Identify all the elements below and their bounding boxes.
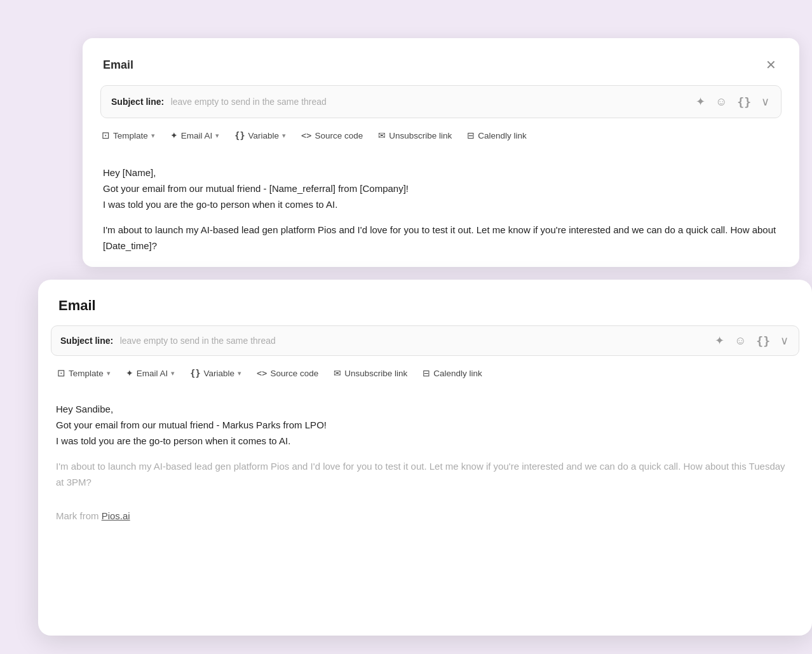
braces-icon-front: {} bbox=[756, 334, 770, 348]
variable-button-front[interactable]: {} Variable ▾ bbox=[184, 364, 248, 382]
template-chevron-behind: ▾ bbox=[151, 132, 155, 140]
body-line1-front: Hey Sandibe, bbox=[56, 404, 113, 414]
subject-line-behind: Subject line: leave empty to send in the… bbox=[111, 96, 327, 107]
subject-icons-behind: ✦ ☺ {} ∨ bbox=[694, 93, 771, 110]
close-button-behind[interactable]: ✕ bbox=[763, 56, 779, 74]
body-para2-front: I'm about to launch my AI-based lead gen… bbox=[56, 461, 785, 487]
template-label-behind: Template bbox=[113, 131, 148, 140]
template-icon-behind: ⊡ bbox=[102, 130, 110, 141]
variable-label-behind: Variable bbox=[248, 131, 280, 140]
ai-icon-behind: ✦ bbox=[170, 130, 178, 140]
braces-button-front[interactable]: {} bbox=[755, 333, 771, 349]
mail-icon-behind: ✉ bbox=[378, 130, 386, 140]
unsubscribe-button-front[interactable]: ✉ Unsubscribe link bbox=[327, 364, 414, 382]
ai-icon-front: ✦ bbox=[126, 368, 133, 378]
sparkle-icon-front: ✦ bbox=[715, 334, 724, 348]
email-ai-button-behind[interactable]: ✦ Email AI ▾ bbox=[164, 126, 226, 144]
variable-label-front: Variable bbox=[204, 369, 235, 378]
chevron-down-icon-behind: ∨ bbox=[761, 95, 769, 109]
signature-text-front: Mark from bbox=[56, 510, 102, 521]
card-behind-header: Email ✕ bbox=[83, 38, 799, 85]
variable-chevron-front: ▾ bbox=[238, 369, 241, 378]
source-icon-behind: <> bbox=[301, 130, 311, 140]
source-code-button-front[interactable]: <> Source code bbox=[250, 364, 325, 382]
body-line3-behind: I was told you are the go-to person when… bbox=[103, 199, 337, 210]
chevron-button-behind[interactable]: ∨ bbox=[760, 93, 771, 110]
subject-label-front: Subject line: bbox=[60, 336, 113, 346]
subject-placeholder-front: leave empty to send in the same thread bbox=[120, 336, 276, 346]
source-icon-front: <> bbox=[257, 368, 267, 378]
calendly-button-behind[interactable]: ⊟ Calendly link bbox=[461, 126, 533, 144]
card-front-header: Email bbox=[38, 280, 812, 325]
calendar-icon-behind: ⊟ bbox=[467, 130, 475, 140]
calendly-label-front: Calendly link bbox=[433, 369, 482, 378]
email-card-front: Email Subject line: leave empty to send … bbox=[38, 280, 812, 636]
subject-bar-behind[interactable]: Subject line: leave empty to send in the… bbox=[100, 85, 782, 118]
email-body-behind: Hey [Name], Got your email from our mutu… bbox=[83, 153, 799, 267]
email-ai-chevron-front: ▾ bbox=[171, 369, 175, 378]
variable-icon-behind: {} bbox=[234, 130, 245, 140]
template-button-behind[interactable]: ⊡ Template ▾ bbox=[95, 126, 161, 145]
sparkle-button-behind[interactable]: ✦ bbox=[694, 93, 707, 110]
toolbar-behind: ⊡ Template ▾ ✦ Email AI ▾ {} Variable ▾ … bbox=[83, 118, 799, 153]
calendly-label-behind: Calendly link bbox=[478, 131, 527, 140]
emoji-icon-behind: ☺ bbox=[715, 95, 727, 109]
template-button-front[interactable]: ⊡ Template ▾ bbox=[51, 364, 117, 383]
unsubscribe-button-behind[interactable]: ✉ Unsubscribe link bbox=[372, 126, 458, 144]
source-code-label-behind: Source code bbox=[315, 131, 363, 140]
email-body-front: Hey Sandibe, Got your email from our mut… bbox=[38, 390, 812, 536]
email-ai-label-behind: Email AI bbox=[181, 131, 213, 140]
chevron-button-front[interactable]: ∨ bbox=[779, 332, 790, 349]
card-behind-title: Email bbox=[103, 58, 133, 72]
unsubscribe-label-front: Unsubscribe link bbox=[344, 369, 407, 378]
email-card-behind: Email ✕ Subject line: leave empty to sen… bbox=[83, 38, 799, 267]
braces-button-behind[interactable]: {} bbox=[736, 94, 752, 110]
card-front-title: Email bbox=[58, 297, 96, 314]
template-label-front: Template bbox=[69, 369, 104, 378]
mail-icon-front: ✉ bbox=[334, 368, 341, 378]
close-icon: ✕ bbox=[766, 58, 776, 72]
subject-line-front: Subject line: leave empty to send in the… bbox=[60, 335, 276, 346]
toolbar-front: ⊡ Template ▾ ✦ Email AI ▾ {} Variable ▾ … bbox=[38, 356, 812, 390]
source-code-label-front: Source code bbox=[270, 369, 318, 378]
sparkle-button-front[interactable]: ✦ bbox=[714, 332, 726, 349]
body-line2-behind: Got your email from our mutual friend - … bbox=[103, 183, 409, 194]
source-code-button-behind[interactable]: <> Source code bbox=[295, 126, 369, 144]
subject-placeholder-behind: leave empty to send in the same thread bbox=[171, 97, 327, 107]
variable-button-behind[interactable]: {} Variable ▾ bbox=[228, 126, 292, 144]
variable-chevron-behind: ▾ bbox=[282, 132, 286, 140]
template-chevron-front: ▾ bbox=[107, 369, 111, 378]
sparkle-icon-behind: ✦ bbox=[696, 95, 705, 109]
email-ai-button-front[interactable]: ✦ Email AI ▾ bbox=[119, 364, 182, 382]
signature-link-front[interactable]: Pios.ai bbox=[102, 510, 130, 521]
body-para2-behind: I'm about to launch my AI-based lead gen… bbox=[103, 224, 776, 251]
braces-icon-behind: {} bbox=[737, 95, 751, 109]
emoji-button-front[interactable]: ☺ bbox=[733, 333, 747, 349]
subject-icons-front: ✦ ☺ {} ∨ bbox=[714, 332, 790, 349]
calendar-icon-front: ⊟ bbox=[423, 368, 430, 378]
subject-bar-front[interactable]: Subject line: leave empty to send in the… bbox=[51, 325, 799, 356]
body-line2-front: Got your email from our mutual friend - … bbox=[56, 419, 327, 430]
email-ai-label-front: Email AI bbox=[137, 369, 168, 378]
emoji-button-behind[interactable]: ☺ bbox=[714, 94, 728, 110]
body-line3-front: I was told you are the go-to person when… bbox=[56, 435, 290, 446]
chevron-down-icon-front: ∨ bbox=[780, 334, 788, 348]
unsubscribe-label-behind: Unsubscribe link bbox=[389, 131, 452, 140]
subject-label-behind: Subject line: bbox=[111, 97, 164, 107]
emoji-icon-front: ☺ bbox=[734, 334, 746, 348]
template-icon-front: ⊡ bbox=[57, 367, 65, 379]
variable-icon-front: {} bbox=[190, 368, 200, 378]
calendly-button-front[interactable]: ⊟ Calendly link bbox=[416, 364, 489, 382]
body-line1-behind: Hey [Name], bbox=[103, 167, 156, 178]
email-ai-chevron-behind: ▾ bbox=[215, 132, 219, 140]
